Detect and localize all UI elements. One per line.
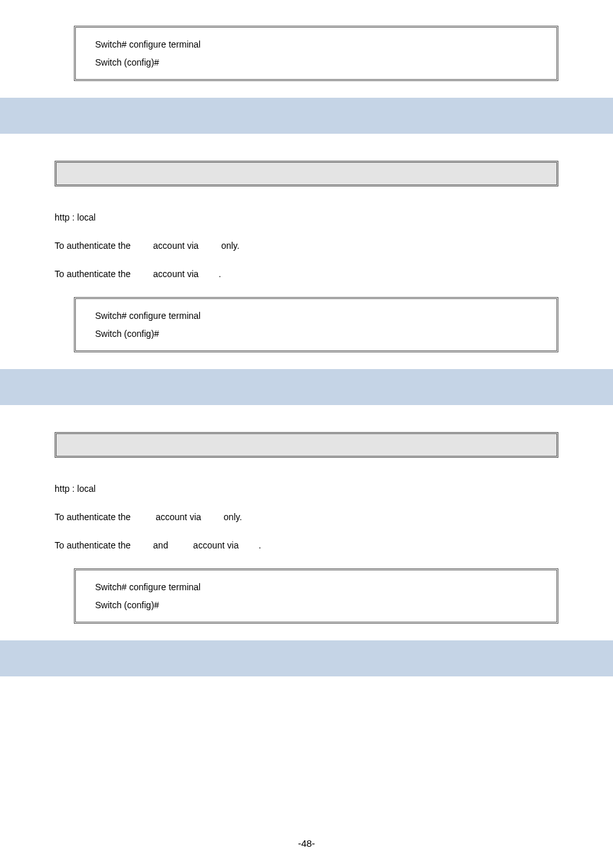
section-heading-band <box>0 369 613 405</box>
code-line: Switch# configure terminal <box>95 35 537 53</box>
text-fragment: To authenticate the <box>55 512 133 522</box>
text-fragment: . <box>259 540 262 550</box>
text-fragment: account via <box>150 269 201 279</box>
syntax-box <box>55 161 558 186</box>
text-gap <box>171 540 191 550</box>
text-fragment: only. <box>218 240 239 251</box>
text-fragment: To authenticate the <box>55 240 133 251</box>
code-line: Switch# configure terminal <box>95 578 537 596</box>
text-gap <box>133 240 150 251</box>
text-fragment: . <box>218 269 221 279</box>
code-line: Switch (config)# <box>95 596 537 614</box>
code-line: Switch# configure terminal <box>95 307 537 325</box>
text-gap <box>201 269 218 279</box>
code-box-2: Switch# configure terminal Switch (confi… <box>74 297 558 352</box>
description-line: To authenticate the account via . <box>55 269 558 279</box>
description-line: To authenticate the account via only. <box>55 512 558 522</box>
default-line: http : local <box>55 484 558 494</box>
description-line: To authenticate the account via only. <box>55 240 558 251</box>
text-fragment: account via <box>191 540 242 550</box>
section-heading-band <box>0 98 613 134</box>
text-gap <box>201 240 218 251</box>
syntax-box <box>55 432 558 458</box>
description-line: To authenticate the and account via . <box>55 540 558 550</box>
text-gap <box>133 512 153 522</box>
text-fragment: account via <box>153 512 204 522</box>
text-gap <box>133 540 150 550</box>
code-box-1: Switch# configure terminal Switch (confi… <box>74 26 558 81</box>
text-fragment: To authenticate the <box>55 269 133 279</box>
text-fragment: To authenticate the <box>55 540 133 550</box>
text-fragment: account via <box>150 240 201 251</box>
default-line: http : local <box>55 212 558 222</box>
text-fragment: and <box>150 540 170 550</box>
code-line: Switch (config)# <box>95 325 537 343</box>
text-fragment: only. <box>221 512 242 522</box>
text-gap <box>133 269 150 279</box>
code-box-3: Switch# configure terminal Switch (confi… <box>74 568 558 624</box>
code-line: Switch (config)# <box>95 53 537 71</box>
section-heading-band <box>0 640 613 676</box>
page-number: -48- <box>0 838 613 849</box>
text-gap <box>241 540 258 550</box>
text-gap <box>204 512 221 522</box>
